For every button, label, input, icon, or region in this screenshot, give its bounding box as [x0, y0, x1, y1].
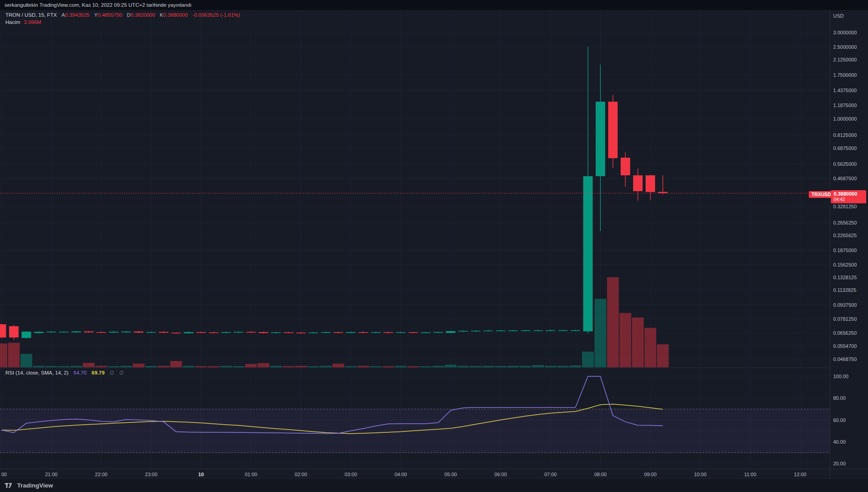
volume-bar — [645, 328, 656, 367]
candle-body — [209, 333, 218, 333]
price-tick-label: 3.0000000 — [833, 30, 857, 36]
candle-body — [421, 333, 430, 333]
rsi-band-empty-2: ∅ — [119, 370, 124, 375]
tradingview-snapshot-page: serkangultekin TradingView.com, Kas 10, … — [0, 0, 868, 492]
price-tick-label: 1.1875000 — [833, 103, 857, 108]
bar-countdown: 04:42 — [834, 197, 866, 202]
candle-body — [9, 326, 19, 337]
change-value: -0.0063525 (-1.61%) — [193, 12, 240, 18]
high-key: Y — [94, 12, 98, 18]
candle-body — [246, 332, 256, 333]
candle-body — [458, 331, 468, 332]
time-axis[interactable]: 0021:0022:0023:001001:0002:0003:0004:000… — [0, 469, 830, 479]
rsi-title: RSI (14, close, SMA, 14, 2) — [5, 370, 68, 375]
candle-body — [259, 332, 268, 333]
price-tick-label: 0.2265625 — [833, 233, 857, 239]
volume-value: 3.096M — [24, 19, 41, 25]
price-tick-label: 1.0000000 — [833, 116, 857, 122]
rsi-tick-label: 60.00 — [833, 417, 846, 423]
price-tick-label: 1.4375000 — [833, 88, 857, 94]
candle-body — [22, 332, 31, 338]
volume-bar — [594, 299, 606, 367]
open-value: 0.3943525 — [65, 12, 90, 18]
candle-body — [434, 332, 443, 333]
price-tick-label: 2.1250000 — [833, 57, 857, 63]
price-tick-label: 0.8125000 — [833, 132, 857, 138]
volume-bar — [545, 366, 557, 367]
volume-bar — [145, 366, 157, 367]
volume-bar — [307, 366, 319, 367]
volume-bar — [495, 366, 506, 367]
rsi-legend: RSI (14, close, SMA, 14, 2) 54.70 69.79 … — [5, 370, 124, 376]
candle-body — [371, 332, 381, 333]
volume-bar — [233, 366, 245, 367]
volume-bar — [482, 366, 494, 367]
volume-bar — [632, 318, 644, 367]
price-tick-label: 0.5625000 — [833, 161, 857, 167]
candle-body — [221, 332, 231, 333]
candle-body — [34, 332, 43, 333]
candle-body — [309, 333, 318, 333]
volume-bar — [570, 365, 581, 367]
volume-bar — [158, 366, 170, 367]
volume-bar — [457, 366, 469, 367]
volume-bar — [320, 366, 332, 367]
volume-bar — [332, 364, 344, 367]
volume-bar — [83, 363, 94, 367]
tradingview-logo-icon[interactable] — [5, 482, 14, 489]
volume-bar — [370, 366, 382, 367]
volume-bar — [382, 366, 394, 367]
candle-body — [196, 332, 206, 333]
low-value: 0.3820000 — [131, 12, 155, 18]
candle-body — [533, 330, 543, 331]
price-tick-label: 0.0781250 — [833, 316, 857, 322]
volume-bar — [407, 366, 419, 367]
candle-body — [122, 332, 131, 333]
volume-bar — [519, 366, 531, 367]
volume-bar — [345, 366, 357, 367]
time-tick-label: 10 — [198, 472, 204, 478]
candle-body — [583, 176, 593, 331]
candle-body — [146, 332, 156, 333]
time-tick-label: 09:00 — [644, 472, 657, 478]
volume-bar — [619, 313, 631, 367]
candle-body — [271, 333, 281, 333]
close-key: K — [160, 12, 163, 18]
rsi-tick-label: 20.00 — [833, 461, 846, 467]
symbol-title: TRON / USD, 15, FTX — [5, 12, 57, 18]
time-tick-label: 10:00 — [694, 472, 707, 478]
candle-body — [283, 333, 293, 333]
volume-bar — [245, 364, 257, 367]
volume-bar — [0, 343, 7, 367]
candle-body — [508, 330, 518, 331]
rsi-sma-value: 69.79 — [92, 370, 105, 375]
candle-body — [334, 332, 343, 333]
last-price-value: 0.3880000 — [834, 191, 866, 197]
price-axis[interactable]: 3.00000002.50000002.12500001.75000001.43… — [830, 10, 868, 479]
volume-bar — [95, 366, 107, 367]
volume-bar — [58, 366, 70, 367]
volume-bar — [607, 277, 619, 367]
candle-body — [558, 330, 568, 331]
volume-bar — [258, 363, 269, 367]
candle-body — [596, 102, 605, 176]
chart-canvas[interactable] — [0, 0, 868, 492]
rsi-band-empty-1: ∅ — [110, 370, 114, 375]
price-tick-label: 0.0937500 — [833, 302, 857, 308]
candle-body — [84, 331, 94, 332]
price-tick-label: 0.0468750 — [833, 356, 857, 362]
volume-bar — [420, 366, 432, 367]
volume-bar — [71, 366, 82, 367]
time-tick-label: 07:00 — [544, 472, 557, 478]
tradingview-brand-link[interactable]: TradingView — [17, 482, 53, 489]
price-tick-label: 2.5000000 — [833, 44, 857, 50]
volume-bar — [133, 364, 145, 367]
candle-body — [321, 332, 330, 333]
time-tick-label: 22:00 — [95, 472, 108, 478]
attribution-bar: serkangultekin TradingView.com, Kas 10, … — [0, 0, 868, 10]
candle-body — [396, 332, 406, 333]
candle-body — [471, 331, 481, 332]
time-tick-label: 23:00 — [145, 472, 158, 478]
footer-bar: TradingView — [0, 479, 868, 492]
volume-bar — [557, 366, 569, 367]
